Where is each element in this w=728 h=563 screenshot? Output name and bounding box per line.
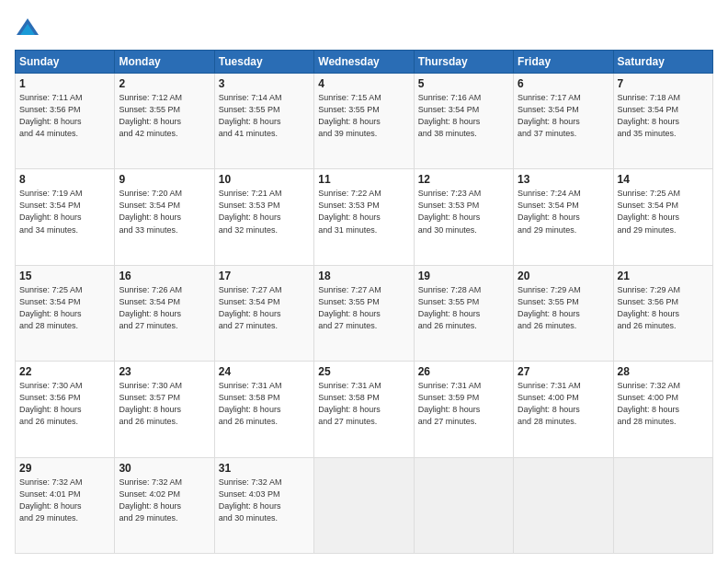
page: SundayMondayTuesdayWednesdayThursdayFrid… bbox=[0, 0, 728, 563]
calendar-cell: 11Sunrise: 7:22 AMSunset: 3:53 PMDayligh… bbox=[314, 169, 414, 265]
day-number: 2 bbox=[119, 77, 210, 90]
calendar-cell: 2Sunrise: 7:12 AMSunset: 3:55 PMDaylight… bbox=[115, 74, 214, 169]
day-number: 14 bbox=[618, 173, 709, 186]
calendar-header-sunday: Sunday bbox=[16, 51, 115, 74]
calendar-cell: 16Sunrise: 7:26 AMSunset: 3:54 PMDayligh… bbox=[115, 265, 214, 361]
day-number: 7 bbox=[618, 77, 709, 90]
calendar-cell: 28Sunrise: 7:32 AMSunset: 4:00 PMDayligh… bbox=[613, 362, 712, 457]
day-info: Sunrise: 7:25 AMSunset: 3:54 PMDaylight:… bbox=[618, 188, 709, 236]
day-number: 28 bbox=[618, 365, 709, 378]
day-info: Sunrise: 7:14 AMSunset: 3:55 PMDaylight:… bbox=[219, 92, 310, 140]
day-info: Sunrise: 7:21 AMSunset: 3:53 PMDaylight:… bbox=[219, 188, 310, 236]
day-number: 6 bbox=[518, 77, 609, 90]
calendar-cell: 5Sunrise: 7:16 AMSunset: 3:54 PMDaylight… bbox=[414, 74, 513, 169]
day-info: Sunrise: 7:18 AMSunset: 3:54 PMDaylight:… bbox=[618, 92, 709, 140]
day-info: Sunrise: 7:11 AMSunset: 3:56 PMDaylight:… bbox=[19, 92, 110, 140]
calendar-cell: 21Sunrise: 7:29 AMSunset: 3:56 PMDayligh… bbox=[613, 265, 712, 361]
calendar-cell: 20Sunrise: 7:29 AMSunset: 3:55 PMDayligh… bbox=[514, 265, 613, 361]
day-number: 30 bbox=[119, 462, 210, 475]
logo bbox=[15, 15, 44, 40]
calendar-cell: 18Sunrise: 7:27 AMSunset: 3:55 PMDayligh… bbox=[314, 265, 414, 361]
calendar-cell: 23Sunrise: 7:30 AMSunset: 3:57 PMDayligh… bbox=[115, 362, 214, 457]
calendar-cell: 9Sunrise: 7:20 AMSunset: 3:54 PMDaylight… bbox=[115, 169, 214, 265]
day-info: Sunrise: 7:29 AMSunset: 3:55 PMDaylight:… bbox=[518, 284, 609, 332]
day-number: 31 bbox=[219, 462, 310, 475]
calendar-cell: 14Sunrise: 7:25 AMSunset: 3:54 PMDayligh… bbox=[613, 169, 712, 265]
calendar-cell: 7Sunrise: 7:18 AMSunset: 3:54 PMDaylight… bbox=[613, 74, 712, 169]
day-number: 29 bbox=[19, 462, 110, 475]
calendar-cell: 29Sunrise: 7:32 AMSunset: 4:01 PMDayligh… bbox=[16, 457, 115, 553]
calendar-cell: 24Sunrise: 7:31 AMSunset: 3:58 PMDayligh… bbox=[214, 362, 313, 457]
calendar-cell: 25Sunrise: 7:31 AMSunset: 3:58 PMDayligh… bbox=[314, 362, 414, 457]
day-number: 1 bbox=[19, 77, 110, 90]
day-info: Sunrise: 7:31 AMSunset: 3:59 PMDaylight:… bbox=[418, 380, 509, 428]
day-info: Sunrise: 7:24 AMSunset: 3:54 PMDaylight:… bbox=[518, 188, 609, 236]
day-number: 25 bbox=[318, 365, 409, 378]
day-info: Sunrise: 7:23 AMSunset: 3:53 PMDaylight:… bbox=[418, 188, 509, 236]
day-number: 8 bbox=[19, 173, 110, 186]
calendar-cell: 22Sunrise: 7:30 AMSunset: 3:56 PMDayligh… bbox=[16, 362, 115, 457]
day-info: Sunrise: 7:27 AMSunset: 3:55 PMDaylight:… bbox=[318, 284, 409, 332]
day-info: Sunrise: 7:28 AMSunset: 3:55 PMDaylight:… bbox=[418, 284, 509, 332]
calendar-cell: 1Sunrise: 7:11 AMSunset: 3:56 PMDaylight… bbox=[16, 74, 115, 169]
day-info: Sunrise: 7:32 AMSunset: 4:02 PMDaylight:… bbox=[119, 477, 210, 524]
day-info: Sunrise: 7:25 AMSunset: 3:54 PMDaylight:… bbox=[19, 284, 110, 332]
day-number: 9 bbox=[119, 173, 210, 186]
calendar-header-wednesday: Wednesday bbox=[314, 51, 414, 74]
calendar-cell: 6Sunrise: 7:17 AMSunset: 3:54 PMDaylight… bbox=[514, 74, 613, 169]
calendar-cell: 19Sunrise: 7:28 AMSunset: 3:55 PMDayligh… bbox=[414, 265, 513, 361]
calendar-cell: 30Sunrise: 7:32 AMSunset: 4:02 PMDayligh… bbox=[115, 457, 214, 553]
calendar-header-thursday: Thursday bbox=[414, 51, 513, 74]
day-info: Sunrise: 7:32 AMSunset: 4:03 PMDaylight:… bbox=[219, 477, 310, 524]
calendar-header-monday: Monday bbox=[115, 51, 214, 74]
calendar-cell: 12Sunrise: 7:23 AMSunset: 3:53 PMDayligh… bbox=[414, 169, 513, 265]
day-number: 3 bbox=[219, 77, 310, 90]
day-info: Sunrise: 7:22 AMSunset: 3:53 PMDaylight:… bbox=[318, 188, 409, 236]
header bbox=[15, 15, 713, 40]
calendar-cell bbox=[613, 457, 712, 553]
day-info: Sunrise: 7:30 AMSunset: 3:56 PMDaylight:… bbox=[19, 380, 110, 428]
day-info: Sunrise: 7:19 AMSunset: 3:54 PMDaylight:… bbox=[19, 188, 110, 236]
day-number: 21 bbox=[618, 270, 709, 282]
calendar-header-tuesday: Tuesday bbox=[214, 51, 313, 74]
day-info: Sunrise: 7:27 AMSunset: 3:54 PMDaylight:… bbox=[219, 284, 310, 332]
day-info: Sunrise: 7:17 AMSunset: 3:54 PMDaylight:… bbox=[518, 92, 609, 140]
day-number: 10 bbox=[219, 173, 310, 186]
calendar-week-3: 15Sunrise: 7:25 AMSunset: 3:54 PMDayligh… bbox=[16, 265, 713, 361]
day-info: Sunrise: 7:32 AMSunset: 4:00 PMDaylight:… bbox=[618, 380, 709, 428]
calendar-cell: 27Sunrise: 7:31 AMSunset: 4:00 PMDayligh… bbox=[514, 362, 613, 457]
calendar-cell: 26Sunrise: 7:31 AMSunset: 3:59 PMDayligh… bbox=[414, 362, 513, 457]
day-info: Sunrise: 7:31 AMSunset: 3:58 PMDaylight:… bbox=[219, 380, 310, 428]
calendar-table: SundayMondayTuesdayWednesdayThursdayFrid… bbox=[15, 50, 713, 554]
calendar-cell bbox=[514, 457, 613, 553]
day-number: 26 bbox=[418, 365, 509, 378]
day-number: 20 bbox=[518, 270, 609, 282]
day-number: 12 bbox=[418, 173, 509, 186]
day-info: Sunrise: 7:16 AMSunset: 3:54 PMDaylight:… bbox=[418, 92, 509, 140]
day-number: 22 bbox=[19, 365, 110, 378]
calendar-header-saturday: Saturday bbox=[613, 51, 712, 74]
day-number: 15 bbox=[19, 270, 110, 282]
calendar-week-2: 8Sunrise: 7:19 AMSunset: 3:54 PMDaylight… bbox=[16, 169, 713, 265]
calendar-week-1: 1Sunrise: 7:11 AMSunset: 3:56 PMDaylight… bbox=[16, 74, 713, 169]
calendar-header-friday: Friday bbox=[514, 51, 613, 74]
calendar-cell: 8Sunrise: 7:19 AMSunset: 3:54 PMDaylight… bbox=[16, 169, 115, 265]
calendar-cell: 15Sunrise: 7:25 AMSunset: 3:54 PMDayligh… bbox=[16, 265, 115, 361]
day-number: 11 bbox=[318, 173, 409, 186]
day-info: Sunrise: 7:30 AMSunset: 3:57 PMDaylight:… bbox=[119, 380, 210, 428]
day-number: 18 bbox=[318, 270, 409, 282]
day-info: Sunrise: 7:29 AMSunset: 3:56 PMDaylight:… bbox=[618, 284, 709, 332]
day-number: 23 bbox=[119, 365, 210, 378]
calendar-cell: 31Sunrise: 7:32 AMSunset: 4:03 PMDayligh… bbox=[214, 457, 313, 553]
day-number: 24 bbox=[219, 365, 310, 378]
day-info: Sunrise: 7:31 AMSunset: 3:58 PMDaylight:… bbox=[318, 380, 409, 428]
day-number: 19 bbox=[418, 270, 509, 282]
calendar-week-4: 22Sunrise: 7:30 AMSunset: 3:56 PMDayligh… bbox=[16, 362, 713, 457]
day-number: 27 bbox=[518, 365, 609, 378]
logo-icon bbox=[15, 15, 40, 40]
day-info: Sunrise: 7:32 AMSunset: 4:01 PMDaylight:… bbox=[19, 477, 110, 524]
calendar-cell: 13Sunrise: 7:24 AMSunset: 3:54 PMDayligh… bbox=[514, 169, 613, 265]
calendar-header-row: SundayMondayTuesdayWednesdayThursdayFrid… bbox=[16, 51, 713, 74]
day-number: 4 bbox=[318, 77, 409, 90]
calendar-cell: 17Sunrise: 7:27 AMSunset: 3:54 PMDayligh… bbox=[214, 265, 313, 361]
